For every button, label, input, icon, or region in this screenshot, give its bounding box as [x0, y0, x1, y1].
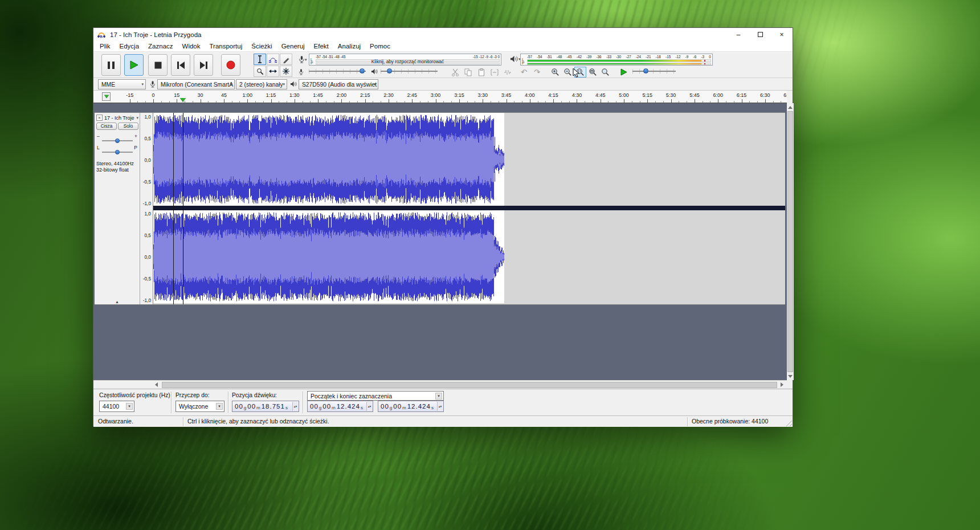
track-title-menu[interactable]: 17 - Ich Troje ▾ [104, 115, 138, 121]
menu-ścieżki[interactable]: Ścieżki [247, 41, 276, 52]
horizontal-scroll-thumb[interactable] [162, 382, 777, 388]
menu-generuj[interactable]: Generuj [277, 41, 309, 52]
time-unit: s [361, 405, 363, 410]
selection-tool-icon [257, 55, 263, 63]
pause-button[interactable] [101, 54, 121, 76]
trim-audio-button[interactable] [488, 67, 500, 78]
time-spinner[interactable]: ▴▾ [437, 402, 443, 411]
play-button[interactable] [124, 54, 144, 76]
ruler-label: 5:45 [689, 92, 700, 98]
selection-mode-dropdown[interactable]: Początek i koniec zaznaczenia▾ [307, 391, 444, 401]
audio-position-display[interactable]: 00g00m18.751s▴▾ [232, 401, 299, 412]
scroll-right-button[interactable] [778, 381, 786, 389]
track-close-button[interactable]: × [96, 115, 103, 121]
play-at-speed-button[interactable] [618, 67, 630, 78]
vertical-scale-ruler[interactable]: 1,00,50,0-0,5-1,01,00,50,0-0,5-1,0 [140, 113, 153, 304]
multi-tool-button[interactable] [280, 66, 292, 77]
pan-slider[interactable] [102, 149, 133, 156]
menu-efekt[interactable]: Efekt [309, 41, 333, 52]
maximize-button[interactable] [749, 28, 771, 41]
vertical-scroll-thumb[interactable] [787, 111, 793, 372]
ruler-label: 6:30 [760, 92, 770, 98]
ruler-label: 2:15 [360, 92, 370, 98]
record-meter-mic-icon[interactable]: ▾ [299, 55, 307, 64]
time-spinner[interactable]: ▴▾ [292, 402, 298, 411]
cut-button[interactable] [449, 67, 461, 78]
close-button[interactable]: × [771, 28, 793, 41]
skip-to-start-button[interactable] [171, 54, 190, 76]
undo-button[interactable]: ↶ [518, 67, 530, 78]
menu-edycja[interactable]: Edycja [115, 41, 144, 52]
paste-button[interactable] [475, 67, 487, 78]
audio-host-value: MME [101, 81, 115, 88]
menu-widok[interactable]: Widok [178, 41, 205, 52]
maximize-icon [758, 32, 763, 37]
selection-tool-button[interactable] [254, 54, 266, 65]
solo-button[interactable]: Solo [118, 123, 138, 130]
monitoring-message[interactable]: Kliknij, aby rozpocząć monitorować [316, 59, 500, 64]
track-format-info: Stereo, 44100Hz [96, 161, 134, 166]
scroll-up-button[interactable] [787, 103, 794, 111]
draw-tool-button[interactable] [280, 54, 292, 65]
horizontal-scrollbar[interactable] [93, 380, 787, 389]
stop-button[interactable] [148, 54, 168, 76]
tools-toolbar [254, 54, 293, 77]
track-collapse-button[interactable]: ▲ [95, 300, 140, 304]
resize-grip[interactable] [785, 419, 792, 426]
zoom-toggle-button[interactable] [599, 67, 611, 78]
record-button[interactable] [221, 54, 240, 76]
scroll-down-button[interactable] [787, 372, 794, 380]
playback-volume-slider[interactable] [381, 67, 438, 75]
envelope-tool-button[interactable] [267, 54, 279, 65]
zoom-tool-button[interactable] [254, 66, 266, 77]
time-digits: 00 [310, 403, 318, 410]
redo-button[interactable]: ↷ [531, 67, 543, 78]
snap-to-value: Wyłączone [179, 403, 208, 410]
time-spinner[interactable]: ▴▾ [366, 402, 372, 411]
project-rate-dropdown[interactable]: 44100▾ [99, 401, 134, 412]
selection-end-display[interactable]: 00g00m12.424s▴▾ [378, 401, 444, 412]
audio-host-dropdown[interactable]: MME▾ [98, 79, 146, 89]
meter-tick: -12 [675, 55, 680, 59]
menu-transportuj[interactable]: Transportuj [205, 41, 247, 52]
title-bar[interactable]: 17 - Ich Troje - Letnia Przygoda – × [93, 28, 793, 41]
skip-to-end-button[interactable] [194, 54, 213, 76]
playback-meter[interactable]: LP -57-54-51-48-45-42-39-36-33-30-27-24-… [520, 54, 713, 66]
play-speed-slider[interactable] [632, 67, 676, 75]
recording-device-dropdown[interactable]: Mikrofon (Conexant SmartA▾ [157, 79, 235, 89]
silence-audio-button[interactable] [501, 67, 513, 78]
menu-pomoc[interactable]: Pomoc [365, 41, 395, 52]
zoom-fit-button[interactable] [587, 67, 599, 78]
zoom-in-button[interactable] [549, 67, 561, 78]
track-workspace[interactable]: × 17 - Ich Troje ▾ Cisza Solo – + L P St… [93, 103, 787, 380]
menu-zaznacz[interactable]: Zaznacz [144, 41, 177, 52]
menu-plik[interactable]: Plik [95, 41, 115, 52]
time-shift-tool-button[interactable] [267, 66, 279, 77]
minimize-button[interactable]: – [728, 28, 749, 41]
scale-label: -0,5 [143, 276, 151, 282]
scale-label: 1,0 [144, 114, 151, 120]
timeline-ruler[interactable]: -1501530451:001:151:301:452:002:152:302:… [93, 91, 787, 103]
mute-button[interactable]: Cisza [96, 123, 117, 130]
playback-meter-speaker-icon[interactable]: ▾ [510, 55, 521, 63]
menu-analizuj[interactable]: Analizuj [333, 41, 365, 52]
recording-channels-dropdown[interactable]: 2 (stereo) kanały▾ [236, 79, 287, 89]
snap-to-dropdown[interactable]: Wyłączone▾ [175, 401, 224, 412]
vertical-scrollbar[interactable] [787, 103, 794, 380]
scroll-left-button[interactable] [152, 381, 161, 389]
meter-tick: 0 [709, 55, 711, 59]
zoom-out-button[interactable] [562, 67, 574, 78]
scale-label: 1,0 [144, 211, 151, 217]
copy-button[interactable] [462, 67, 474, 78]
time-digits: 00 [247, 403, 256, 410]
recording-meter-left-ticks: -57 -54 -51 -48 -45 [316, 55, 346, 59]
pan-right-label: P [134, 145, 137, 150]
selection-start-display[interactable]: 00g00m12.424s▴▾ [307, 401, 373, 412]
gain-slider[interactable] [102, 137, 133, 144]
timeline-pin-button[interactable] [102, 92, 111, 101]
recording-volume-slider[interactable] [309, 67, 366, 75]
playback-device-dropdown[interactable]: S27D590 (Audio dla wyświet▾ [299, 79, 378, 89]
recording-meter[interactable]: LP -57 -54 -51 -48 -45 -15 -12 -9 -6 -3 … [309, 54, 501, 66]
waveform-canvas[interactable] [153, 113, 785, 304]
meter-tick: -42 [577, 55, 582, 59]
